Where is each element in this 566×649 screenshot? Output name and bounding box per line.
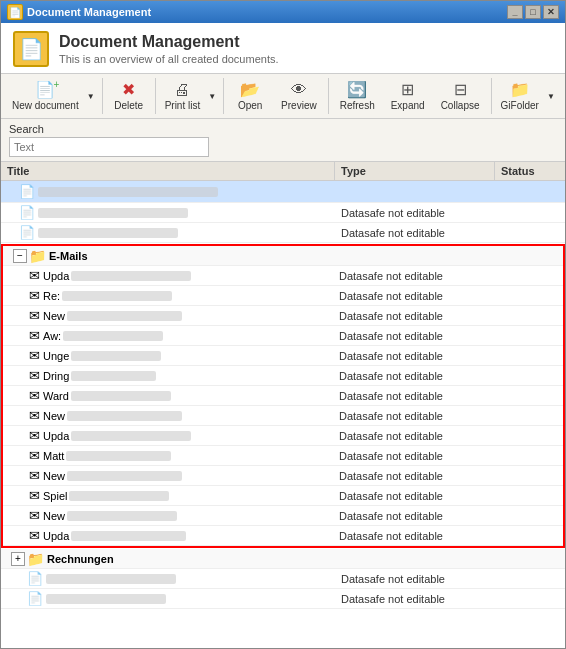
blurred-title (38, 228, 178, 238)
col-header-title: Title (1, 162, 335, 180)
row-type-cell: Datasafe not editable (335, 593, 495, 605)
row-type-cell: Datasafe not editable (333, 310, 493, 322)
minimize-button[interactable]: _ (507, 5, 523, 19)
table-row[interactable]: 📄 Datasafe not editable (1, 589, 565, 609)
row-title-cell: ✉ Upda (3, 428, 333, 443)
preview-icon: 👁 (291, 82, 307, 98)
table-row[interactable]: ✉ New Datasafe not editable (3, 306, 563, 326)
open-icon: 📂 (240, 82, 260, 98)
row-type-cell: Datasafe not editable (333, 510, 493, 522)
page-title: Document Management (59, 33, 279, 51)
print-icon: 🖨 (174, 82, 190, 98)
tree-expand-toggle[interactable]: + (11, 552, 25, 566)
table-row[interactable]: ✉ Upda Datasafe not editable (3, 526, 563, 546)
new-document-group: 📄+ New document ▼ (7, 79, 98, 114)
search-area: Search (1, 119, 565, 162)
table-header: Title Type Status (1, 162, 565, 181)
table-row[interactable]: ✉ Re: Datasafe not editable (3, 286, 563, 306)
open-button[interactable]: 📂 Open (228, 79, 272, 114)
gifolder-arrow[interactable]: ▼ (544, 89, 558, 104)
document-icon: 📄 (19, 184, 35, 200)
title-bar-controls: _ □ ✕ (507, 5, 559, 19)
print-list-button[interactable]: 🖨 Print list (160, 79, 206, 114)
print-list-arrow[interactable]: ▼ (205, 89, 219, 104)
blurred-title (69, 491, 169, 501)
table-row[interactable]: ✉ Ward Datasafe not editable (3, 386, 563, 406)
blurred-title (67, 311, 182, 321)
table-row[interactable]: ✉ Upda Datasafe not editable (3, 426, 563, 446)
table-row[interactable]: ✉ Aw: Datasafe not editable (3, 326, 563, 346)
row-title-cell: ✉ Spiel (3, 488, 333, 503)
blurred-title (71, 391, 171, 401)
new-document-arrow[interactable]: ▼ (84, 89, 98, 104)
email-icon: ✉ (29, 368, 40, 383)
blurred-title (67, 471, 182, 481)
row-prefix: New (43, 310, 65, 322)
content-area: Title Type Status 📄 (1, 162, 565, 648)
table-row[interactable]: ✉ Spiel Datasafe not editable (3, 486, 563, 506)
folder-icon: 📁 (29, 248, 46, 264)
table-row[interactable]: − 📁 E-Mails (3, 246, 563, 266)
blurred-title (38, 187, 218, 197)
row-title-cell: ✉ New (3, 468, 333, 483)
table-row[interactable]: ✉ New Datasafe not editable (3, 506, 563, 526)
row-type-cell: Datasafe not editable (333, 390, 493, 402)
row-prefix: Upda (43, 270, 69, 282)
expand-button[interactable]: ⊞ Expand (384, 79, 432, 114)
print-list-label: Print list (165, 100, 201, 111)
row-title-cell: ✉ Aw: (3, 328, 333, 343)
blurred-title (71, 431, 191, 441)
table-row[interactable]: ✉ Unge Datasafe not editable (3, 346, 563, 366)
tree-expand-toggle[interactable]: − (13, 249, 27, 263)
delete-icon: ✖ (122, 82, 135, 98)
email-icon: ✉ (29, 388, 40, 403)
row-prefix: Ward (43, 390, 69, 402)
row-type-cell: Datasafe not editable (335, 227, 495, 239)
gifolder-button[interactable]: 📁 GiFolder (496, 79, 544, 114)
preview-button[interactable]: 👁 Preview (274, 79, 324, 114)
row-title-cell: ✉ Dring (3, 368, 333, 383)
doc-icon: 📄 (27, 591, 43, 606)
maximize-button[interactable]: □ (525, 5, 541, 19)
row-prefix: Aw: (43, 330, 61, 342)
new-document-button[interactable]: 📄+ New document (7, 79, 84, 114)
table-row[interactable]: + 📁 Rechnungen (1, 549, 565, 569)
row-prefix: Upda (43, 530, 69, 542)
search-label: Search (9, 123, 557, 135)
row-prefix: New (43, 510, 65, 522)
blurred-title (46, 594, 166, 604)
delete-button[interactable]: ✖ Delete (107, 79, 151, 114)
table-body[interactable]: 📄 📄 Datasafe not editable (1, 181, 565, 648)
table-row[interactable]: 📄 Datasafe not editable (1, 223, 565, 243)
col-header-type: Type (335, 162, 495, 180)
email-icon: ✉ (29, 268, 40, 283)
table-row[interactable]: ✉ New Datasafe not editable (3, 406, 563, 426)
row-title-cell: 📄 (1, 205, 335, 221)
folder-label: E-Mails (49, 250, 88, 262)
row-type-cell: Datasafe not editable (333, 370, 493, 382)
table-row[interactable]: ✉ New Datasafe not editable (3, 466, 563, 486)
table-row[interactable]: ✉ Dring Datasafe not editable (3, 366, 563, 386)
row-prefix: Matt (43, 450, 64, 462)
collapse-label: Collapse (441, 100, 480, 111)
row-title-cell: − 📁 E-Mails (3, 248, 333, 264)
close-button[interactable]: ✕ (543, 5, 559, 19)
table-row[interactable]: 📄 (1, 181, 565, 203)
email-icon: ✉ (29, 328, 40, 343)
row-prefix: Upda (43, 430, 69, 442)
delete-label: Delete (114, 100, 143, 111)
search-input[interactable] (9, 137, 209, 157)
row-type-cell: Datasafe not editable (333, 450, 493, 462)
refresh-button[interactable]: 🔄 Refresh (333, 79, 382, 114)
toolbar: 📄+ New document ▼ ✖ Delete 🖨 Print list … (1, 74, 565, 119)
table-row[interactable]: ✉ Matt Datasafe not editable (3, 446, 563, 466)
separator-5 (491, 78, 492, 114)
table-row[interactable]: ✉ Upda Datasafe not editable (3, 266, 563, 286)
gifolder-label: GiFolder (501, 100, 539, 111)
row-type-cell: Datasafe not editable (333, 290, 493, 302)
email-icon: ✉ (29, 288, 40, 303)
doc-icon: 📄 (27, 571, 43, 586)
table-row[interactable]: 📄 Datasafe not editable (1, 569, 565, 589)
collapse-button[interactable]: ⊟ Collapse (434, 79, 487, 114)
table-row[interactable]: 📄 Datasafe not editable (1, 203, 565, 223)
